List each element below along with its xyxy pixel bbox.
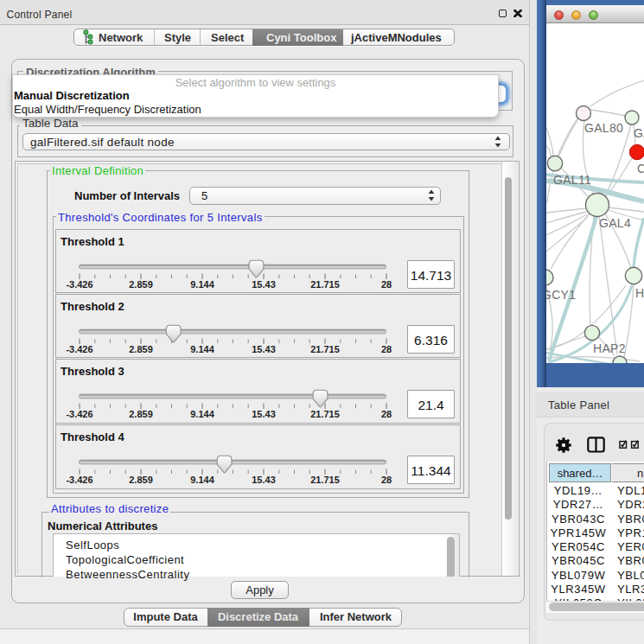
svg-text:C: C xyxy=(637,162,644,175)
svg-text:9.144: 9.144 xyxy=(190,409,214,419)
svg-text:15.43: 15.43 xyxy=(252,279,276,290)
svg-text:15.43: 15.43 xyxy=(252,409,276,419)
svg-text:21.715: 21.715 xyxy=(310,279,340,290)
svg-text:GAL80: GAL80 xyxy=(584,121,623,135)
svg-text:9.144: 9.144 xyxy=(190,344,214,354)
svg-text:H: H xyxy=(635,286,644,300)
svg-text:2.859: 2.859 xyxy=(129,475,153,485)
svg-text:15.43: 15.43 xyxy=(252,344,276,354)
svg-text:28: 28 xyxy=(381,279,392,290)
svg-text:21.715: 21.715 xyxy=(310,409,340,419)
svg-text:21.715: 21.715 xyxy=(310,475,340,485)
svg-text:28: 28 xyxy=(381,344,392,354)
svg-text:28: 28 xyxy=(381,409,392,419)
svg-text:28: 28 xyxy=(381,475,392,485)
svg-text:2.859: 2.859 xyxy=(129,409,153,419)
svg-text:15.43: 15.43 xyxy=(252,475,276,485)
svg-text:9.144: 9.144 xyxy=(190,475,214,485)
svg-text:-3.426: -3.426 xyxy=(66,279,92,290)
svg-text:GAL4: GAL4 xyxy=(599,216,631,230)
svg-text:-3.426: -3.426 xyxy=(66,409,92,419)
svg-text:-3.426: -3.426 xyxy=(66,475,92,485)
svg-text:GAL11: GAL11 xyxy=(553,173,591,187)
svg-text:9.144: 9.144 xyxy=(190,279,214,290)
svg-text:GA: GA xyxy=(634,126,644,140)
svg-text:GCY1: GCY1 xyxy=(546,288,576,302)
svg-text:21.715: 21.715 xyxy=(310,344,340,354)
svg-text:-3.426: -3.426 xyxy=(66,344,92,354)
svg-text:2.859: 2.859 xyxy=(129,279,153,290)
svg-text:2.859: 2.859 xyxy=(129,344,153,354)
svg-text:HAP2: HAP2 xyxy=(593,341,626,355)
